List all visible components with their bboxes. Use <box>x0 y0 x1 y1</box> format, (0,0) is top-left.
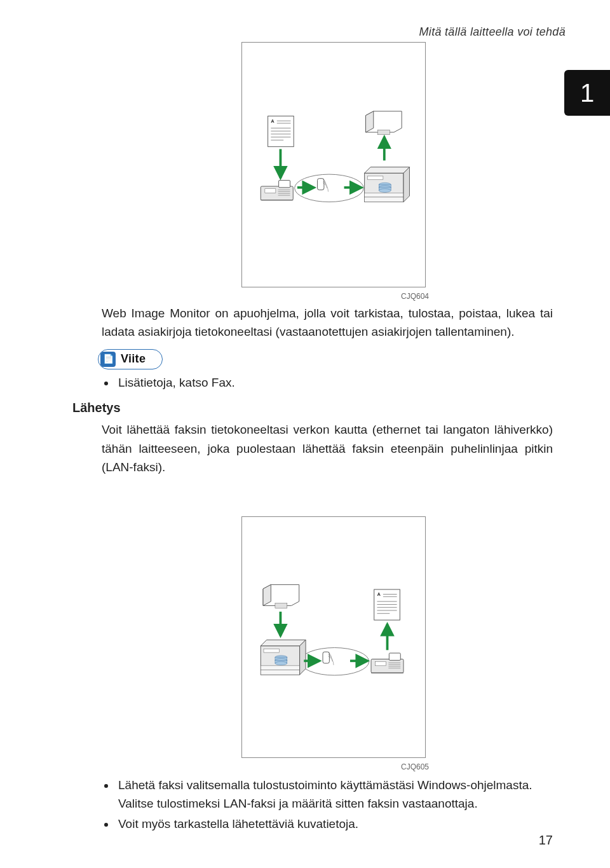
figure-1-code: CJQ604 <box>401 292 429 301</box>
svg-marker-23 <box>403 167 409 202</box>
svg-rect-13 <box>265 189 276 193</box>
multifunction-printer-icon <box>365 167 410 202</box>
svg-rect-46 <box>264 649 280 652</box>
svg-rect-11 <box>261 186 293 200</box>
svg-text:A: A <box>271 118 274 124</box>
svg-rect-21 <box>365 197 403 202</box>
document-icon: A <box>268 116 294 147</box>
monitor-icon <box>263 584 299 608</box>
page-header: Mitä tällä laitteella voi tehdä <box>419 25 566 39</box>
reference-icon: 📄 <box>100 352 116 367</box>
svg-point-51 <box>275 661 287 665</box>
svg-rect-40 <box>275 603 287 609</box>
svg-rect-1 <box>318 179 324 190</box>
content-block-2: Lähetä faksi valitsemalla tulostustoimin… <box>76 772 553 837</box>
reference-label: Viite <box>121 350 146 368</box>
svg-rect-32 <box>377 130 390 135</box>
fax-icon <box>371 653 403 673</box>
svg-rect-55 <box>376 661 386 666</box>
figure-2: A CJQ605 <box>241 516 426 758</box>
figure-1: A <box>241 42 426 287</box>
svg-rect-54 <box>389 653 400 660</box>
reference-item: Lisätietoja, katso Fax. <box>116 373 553 392</box>
svg-point-29 <box>379 189 391 193</box>
diagram-lan-fax: A <box>242 517 425 757</box>
fax-icon <box>261 181 293 200</box>
diagram-receive-fax: A <box>242 43 425 287</box>
phone-icon <box>323 652 334 665</box>
svg-marker-22 <box>365 167 410 173</box>
reference-pill: 📄 Viite <box>98 349 163 369</box>
multifunction-printer-icon <box>261 640 306 675</box>
figure-2-code: CJQ605 <box>401 762 429 771</box>
section-number-badge: 1 <box>564 70 610 116</box>
document-icon: A <box>374 589 400 620</box>
phone-icon <box>318 179 329 192</box>
svg-rect-24 <box>367 176 383 180</box>
svg-rect-52 <box>323 652 329 663</box>
page-number: 17 <box>539 833 553 848</box>
monitor-icon <box>366 111 402 135</box>
content-block-1: Web Image Monitor on apuohjelma, jolla v… <box>76 301 553 479</box>
svg-rect-42 <box>261 666 299 670</box>
bullet-send-fax: Lähetä faksi valitsemalla tulostustoimin… <box>116 776 553 813</box>
paragraph-web-image-monitor: Web Image Monitor on apuohjelma, jolla v… <box>76 304 553 341</box>
svg-marker-45 <box>300 640 306 675</box>
paragraph-send: Voit lähettää faksin tietokoneeltasi ver… <box>76 420 553 476</box>
svg-marker-44 <box>261 640 306 645</box>
bullet-preview: Voit myös tarkastella lähetettäviä kuvat… <box>116 815 553 833</box>
svg-rect-12 <box>279 181 290 188</box>
svg-rect-53 <box>371 659 403 673</box>
svg-rect-43 <box>261 670 299 675</box>
send-heading: Lähetys <box>72 398 553 418</box>
svg-rect-20 <box>365 193 403 197</box>
svg-text:A: A <box>377 591 381 597</box>
